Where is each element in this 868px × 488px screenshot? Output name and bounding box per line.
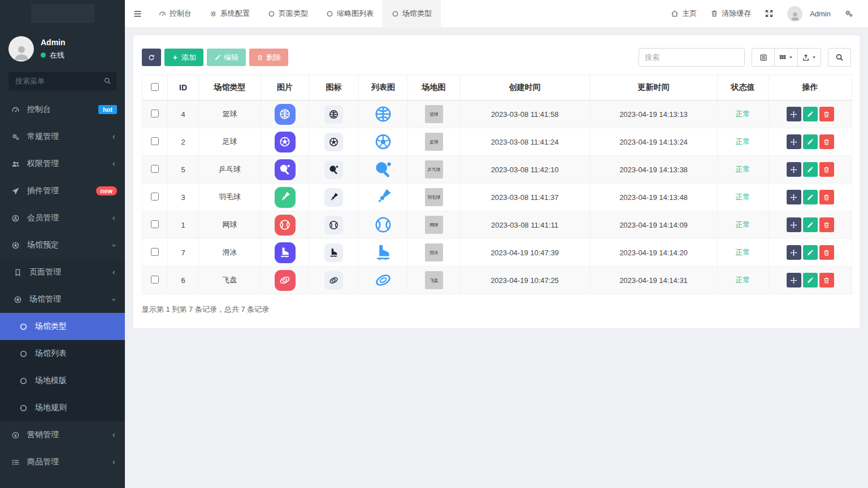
column-header-状态值[interactable]: 状态值: [718, 75, 769, 101]
edit-row-button[interactable]: [803, 190, 818, 204]
clear-cache-link[interactable]: 清除缓存: [704, 0, 758, 27]
venue-court-image[interactable]: 羽毛球: [425, 188, 443, 206]
move-button[interactable]: [787, 107, 801, 121]
column-header-图标[interactable]: 图标: [309, 75, 359, 101]
move-button[interactable]: [787, 245, 801, 260]
menu-search-input[interactable]: [8, 72, 116, 90]
settings-button[interactable]: [837, 0, 860, 27]
venue-court-image[interactable]: 网球: [425, 216, 443, 234]
sidebar-item-营销管理[interactable]: 营销管理: [0, 421, 125, 448]
row-checkbox[interactable]: [151, 248, 159, 256]
row-checkbox[interactable]: [151, 276, 159, 284]
column-header-创建时间[interactable]: 创建时间: [460, 75, 590, 101]
venue-image[interactable]: [275, 215, 296, 236]
edit-button[interactable]: 编辑: [207, 49, 246, 66]
tab-页面类型[interactable]: 页面类型: [259, 0, 317, 27]
delete-row-button[interactable]: [819, 162, 834, 177]
venue-image[interactable]: [275, 132, 296, 152]
venue-image[interactable]: [275, 187, 296, 208]
sidebar-item-场地模版[interactable]: 场地模版: [0, 367, 125, 394]
row-checkbox[interactable]: [151, 165, 159, 173]
column-header-场地图[interactable]: 场地图: [408, 75, 460, 101]
venue-list-image[interactable]: [374, 132, 393, 151]
column-header-操作[interactable]: 操作: [769, 75, 852, 101]
move-button[interactable]: [787, 273, 801, 287]
delete-row-button[interactable]: [819, 107, 834, 121]
edit-row-button[interactable]: [803, 273, 818, 287]
venue-court-image[interactable]: 滑冰: [425, 243, 443, 262]
column-header-场馆类型[interactable]: 场馆类型: [199, 75, 261, 101]
tab-缩略图列表[interactable]: 缩略图列表: [317, 0, 383, 27]
add-button[interactable]: 添加: [164, 49, 203, 66]
row-checkbox[interactable]: [151, 137, 159, 145]
venue-icon[interactable]: [324, 188, 343, 207]
move-button[interactable]: [787, 134, 801, 149]
venue-list-image[interactable]: [374, 215, 393, 234]
venue-list-image[interactable]: [374, 243, 393, 262]
sidebar-item-场地规则[interactable]: 场地规则: [0, 394, 125, 421]
venue-image[interactable]: [275, 104, 296, 125]
edit-row-button[interactable]: [803, 107, 818, 121]
sidebar-item-会员管理[interactable]: 会员管理: [0, 204, 125, 232]
sidebar-item-页面管理[interactable]: 页面管理: [0, 259, 125, 286]
venue-list-image[interactable]: [374, 104, 393, 124]
row-checkbox[interactable]: [151, 110, 159, 117]
edit-row-button[interactable]: [803, 162, 818, 177]
delete-button[interactable]: 删除: [249, 49, 288, 66]
edit-row-button[interactable]: [803, 245, 818, 260]
venue-list-image[interactable]: [374, 271, 393, 290]
select-all-checkbox[interactable]: [151, 83, 159, 91]
edit-row-button[interactable]: [803, 217, 818, 232]
table-search-input[interactable]: [639, 48, 745, 67]
move-button[interactable]: [787, 190, 801, 204]
venue-court-image[interactable]: 足球: [425, 133, 443, 151]
sidebar-item-权限管理[interactable]: 权限管理: [0, 150, 125, 177]
detail-view-button[interactable]: [752, 48, 775, 67]
delete-row-button[interactable]: [819, 190, 834, 204]
fullscreen-button[interactable]: [758, 0, 780, 27]
venue-icon[interactable]: [324, 243, 343, 262]
venue-image[interactable]: [275, 242, 296, 263]
tab-控制台[interactable]: 控制台: [150, 0, 201, 27]
delete-row-button[interactable]: [819, 273, 834, 287]
column-header-图片[interactable]: 图片: [261, 75, 309, 101]
venue-list-image[interactable]: [374, 160, 393, 179]
venue-icon[interactable]: [324, 105, 343, 124]
admin-dropdown[interactable]: Admin: [780, 0, 837, 27]
venue-court-image[interactable]: 乒乓球: [425, 160, 443, 178]
delete-row-button[interactable]: [819, 134, 834, 149]
sidebar-item-场馆管理[interactable]: 场馆管理: [0, 286, 125, 313]
sidebar-item-场馆列表[interactable]: 场馆列表: [0, 340, 125, 367]
venue-court-image[interactable]: 篮球: [425, 105, 443, 123]
venue-image[interactable]: [275, 270, 296, 291]
sidebar-toggle-icon[interactable]: [125, 0, 150, 27]
row-checkbox[interactable]: [151, 220, 159, 228]
sidebar-item-场馆预定[interactable]: 场馆预定: [0, 232, 125, 259]
column-header-ID[interactable]: ID: [168, 75, 199, 101]
column-header-更新时间[interactable]: 更新时间: [590, 75, 718, 101]
export-button[interactable]: [798, 48, 821, 67]
venue-court-image[interactable]: 飞盘: [425, 271, 443, 289]
venue-icon[interactable]: [324, 271, 343, 290]
venue-image[interactable]: [275, 159, 296, 180]
sidebar-item-商品管理[interactable]: 商品管理: [0, 448, 125, 476]
sidebar-item-场馆类型[interactable]: 场馆类型: [0, 313, 125, 340]
tab-系统配置[interactable]: 系统配置: [201, 0, 259, 27]
tab-场馆类型[interactable]: 场馆类型: [383, 0, 441, 27]
home-link[interactable]: 主页: [664, 0, 704, 27]
sidebar-item-常规管理[interactable]: 常规管理: [0, 123, 125, 150]
delete-row-button[interactable]: [819, 245, 834, 260]
refresh-button[interactable]: [142, 49, 161, 66]
column-header-列表图[interactable]: 列表图: [359, 75, 408, 101]
delete-row-button[interactable]: [819, 217, 834, 232]
sidebar-item-插件管理[interactable]: 插件管理new: [0, 177, 125, 204]
search-button[interactable]: [828, 48, 851, 67]
sidebar-item-控制台[interactable]: 控制台hot: [0, 96, 125, 123]
venue-list-image[interactable]: [374, 188, 393, 207]
columns-button[interactable]: [775, 48, 798, 67]
venue-icon[interactable]: [324, 216, 343, 234]
venue-icon[interactable]: [324, 133, 343, 151]
move-button[interactable]: [787, 162, 801, 177]
edit-row-button[interactable]: [803, 134, 818, 149]
row-checkbox[interactable]: [151, 193, 159, 201]
